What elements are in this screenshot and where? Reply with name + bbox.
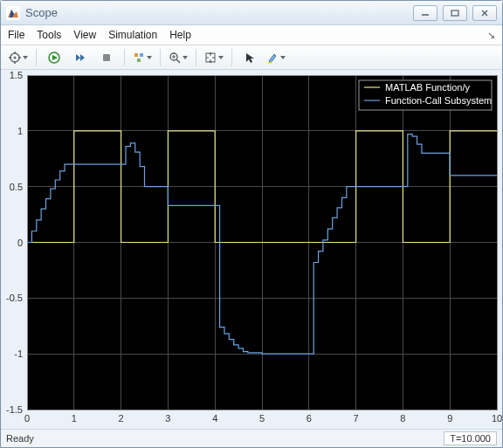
svg-text:1: 1 [72,413,77,424]
gear-icon [9,52,21,64]
svg-text:10: 10 [492,413,502,424]
stop-icon [100,52,113,64]
status-time: T=10.000 [444,431,497,445]
minimize-button[interactable] [413,5,438,21]
svg-rect-16 [137,59,141,62]
svg-rect-24 [268,62,272,64]
menu-help[interactable]: Help [169,29,191,41]
svg-text:-1: -1 [14,349,23,360]
svg-marker-12 [80,54,85,61]
config-button[interactable] [6,47,31,68]
menu-tools[interactable]: Tools [37,29,61,41]
marker-button[interactable] [264,47,288,68]
statusbar: Ready T=10.000 [1,429,502,447]
cursor-measure-icon [244,52,256,64]
svg-text:MATLAB Function/y: MATLAB Function/y [385,82,470,93]
svg-text:8: 8 [400,413,405,424]
stop-button[interactable] [94,47,119,68]
menu-simulation[interactable]: Simulation [108,29,157,41]
menubar-corner-icon[interactable]: ↘ [487,30,495,41]
maximize-button[interactable] [443,5,467,21]
toolbar [1,45,502,70]
svg-text:3: 3 [165,413,170,424]
zoom-icon [169,52,181,64]
svg-text:4: 4 [212,413,217,424]
svg-text:9: 9 [447,413,452,424]
svg-point-4 [14,56,17,59]
chevron-down-icon [280,56,286,59]
svg-text:7: 7 [354,413,359,424]
status-left: Ready [6,433,444,444]
svg-text:Function-Call Subsystem: Function-Call Subsystem [385,95,492,106]
chevron-down-icon [218,56,224,59]
step-forward-button[interactable] [68,47,93,68]
zoom-button[interactable] [166,47,190,68]
scope-chart[interactable]: 012345678910-1.5-1-0.500.511.5MATLAB Fun… [1,70,502,429]
chevron-down-icon [147,56,152,59]
chevron-down-icon [183,56,188,59]
svg-text:6: 6 [307,413,312,424]
svg-rect-13 [103,54,110,61]
svg-rect-2 [451,10,458,16]
highlight-icon [266,52,279,64]
run-button[interactable] [42,47,66,68]
titlebar: Scope [1,1,502,25]
svg-marker-11 [76,54,80,61]
scope-window: Scope File Tools View Simulation Help ↘ [0,0,503,448]
menu-file[interactable]: File [8,29,24,41]
svg-text:0: 0 [24,413,30,424]
plot-area: 012345678910-1.5-1-0.500.511.5MATLAB Fun… [1,70,502,429]
svg-rect-15 [140,53,143,57]
run-icon [48,52,60,64]
svg-line-18 [176,59,180,63]
svg-text:-1.5: -1.5 [6,404,23,415]
svg-rect-14 [134,53,138,57]
autoscale-button[interactable] [202,47,226,68]
close-button[interactable] [472,5,497,21]
autoscale-icon [204,52,217,64]
triggers-icon [133,52,145,64]
svg-text:-0.5: -0.5 [6,293,23,304]
chevron-down-icon [23,56,28,59]
svg-text:0.5: 0.5 [10,182,23,192]
matlab-icon [6,6,20,20]
svg-text:5: 5 [259,413,265,424]
svg-text:1.5: 1.5 [10,70,23,80]
window-title: Scope [25,6,413,19]
svg-marker-10 [52,55,58,60]
step-forward-icon [74,52,86,64]
window-buttons [413,5,497,21]
svg-text:2: 2 [119,413,124,424]
svg-text:0: 0 [17,238,23,248]
menubar: File Tools View Simulation Help ↘ [1,25,502,45]
menu-view[interactable]: View [73,29,96,41]
triggers-button[interactable] [130,47,155,68]
cursor-measure-button[interactable] [238,47,262,68]
svg-text:1: 1 [17,126,23,136]
